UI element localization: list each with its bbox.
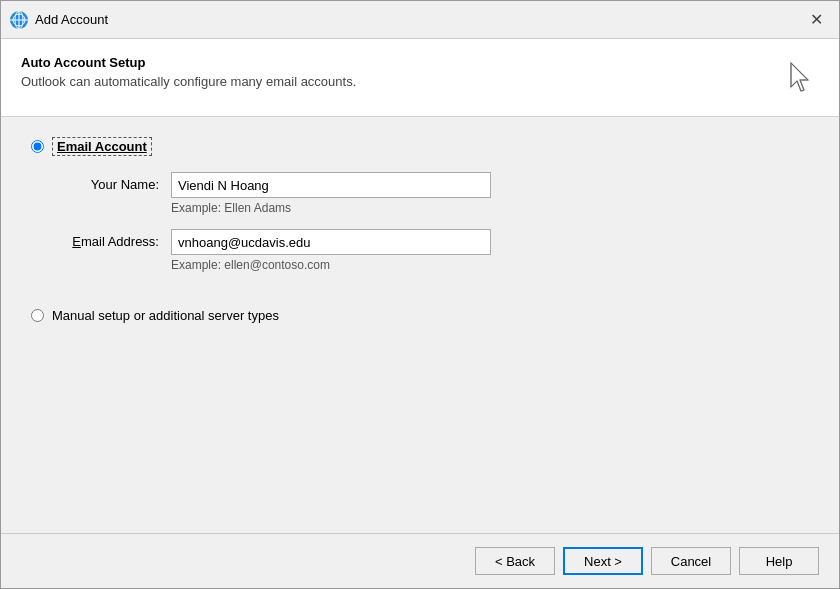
add-account-window: Add Account ✕ Auto Account Setup Outlook…	[0, 0, 840, 589]
help-button[interactable]: Help	[739, 547, 819, 575]
email-label-text: Email Address:	[72, 234, 159, 249]
cursor-icon	[783, 55, 819, 100]
your-name-row: Your Name: Example: Ellen Adams	[51, 172, 809, 215]
email-address-field-group: Example: ellen@contoso.com	[171, 229, 491, 272]
manual-setup-radio[interactable]	[31, 309, 44, 322]
email-address-label: Email Address:	[51, 229, 171, 249]
section-title: Auto Account Setup	[21, 55, 356, 70]
email-address-hint: Example: ellen@contoso.com	[171, 258, 491, 272]
main-content: Email Account Your Name: Example: Ellen …	[1, 117, 839, 533]
email-account-option: Email Account	[31, 137, 809, 156]
email-address-input[interactable]	[171, 229, 491, 255]
top-section-text: Auto Account Setup Outlook can automatic…	[21, 55, 356, 89]
your-name-input[interactable]	[171, 172, 491, 198]
email-address-row: Email Address: Example: ellen@contoso.co…	[51, 229, 809, 272]
your-name-hint: Example: Ellen Adams	[171, 201, 491, 215]
email-account-radio[interactable]	[31, 140, 44, 153]
email-account-label: Email Account	[52, 137, 152, 156]
manual-setup-label: Manual setup or additional server types	[52, 308, 279, 323]
content-area: Auto Account Setup Outlook can automatic…	[1, 39, 839, 533]
title-bar: Add Account ✕	[1, 1, 839, 39]
footer: < Back Next > Cancel Help	[1, 533, 839, 588]
your-name-label: Your Name:	[51, 172, 171, 192]
top-section: Auto Account Setup Outlook can automatic…	[1, 39, 839, 117]
outlook-icon	[9, 10, 29, 30]
next-button[interactable]: Next >	[563, 547, 643, 575]
section-subtitle: Outlook can automatically configure many…	[21, 74, 356, 89]
title-bar-left: Add Account	[9, 10, 108, 30]
cancel-button[interactable]: Cancel	[651, 547, 731, 575]
form-fields: Your Name: Example: Ellen Adams Email Ad…	[51, 172, 809, 278]
back-button[interactable]: < Back	[475, 547, 555, 575]
window-title: Add Account	[35, 12, 108, 27]
your-name-field-group: Example: Ellen Adams	[171, 172, 491, 215]
close-button[interactable]: ✕	[801, 5, 831, 35]
manual-setup-option: Manual setup or additional server types	[31, 308, 809, 323]
